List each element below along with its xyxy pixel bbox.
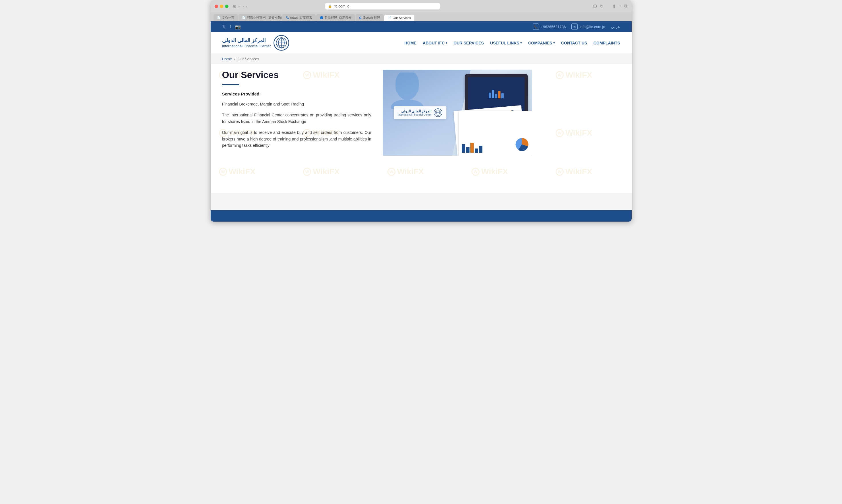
reload-icon[interactable]: ↻ bbox=[600, 3, 603, 9]
site-header: المركز المالي الدولي International Finan… bbox=[211, 32, 632, 54]
service-description-2: Our main goal is to receive and execute … bbox=[222, 129, 371, 148]
nav-item-home[interactable]: HOME bbox=[405, 41, 416, 45]
lock-icon: 🔒 bbox=[328, 4, 332, 8]
top-bar: 𝕏 f 📷 📞 +96265621786 ✉ info@ifc.com.jo ع… bbox=[211, 21, 632, 32]
phone-number: +96265621786 bbox=[541, 25, 566, 29]
logo-area: المركز المالي الدولي International Finan… bbox=[222, 35, 290, 51]
twitter-icon[interactable]: 𝕏 bbox=[222, 24, 226, 30]
breadcrumb: Home / Our Services bbox=[211, 54, 632, 64]
grid-icon: ⊞ bbox=[233, 4, 236, 8]
nav-item-companies[interactable]: COMPANIES ▾ bbox=[528, 41, 555, 45]
services-image: 👤 bbox=[383, 70, 532, 156]
address-bar[interactable]: 🔒 ifc.com.jo bbox=[325, 3, 440, 10]
browser-actions: ⬡ ↻ ⬆ + ⧉ bbox=[593, 3, 628, 9]
tab-favicon: 📄 bbox=[217, 16, 220, 19]
contact-info: 📞 +96265621786 ✉ info@ifc.com.jo عربي bbox=[533, 23, 620, 30]
browser-titlebar: ⊞ ⌄ ‹ › 🔒 ifc.com.jo ⬡ ↻ ⬆ + ⧉ bbox=[211, 0, 632, 12]
tab-favicon: G bbox=[359, 16, 362, 19]
chevron-down-icon: ⌄ bbox=[237, 4, 240, 8]
translate-icon: ⬡ bbox=[593, 3, 597, 9]
links-dropdown-arrow: ▾ bbox=[520, 41, 522, 44]
maximize-button[interactable] bbox=[225, 5, 228, 8]
logo-english: International Financial Center bbox=[222, 44, 271, 48]
breadcrumb-separator: / bbox=[234, 57, 235, 61]
browser-window: ⊞ ⌄ ‹ › 🔒 ifc.com.jo ⬡ ↻ ⬆ + ⧉ 📄 文心一言 📄 … bbox=[211, 0, 632, 222]
footer-band bbox=[211, 210, 632, 222]
tab-label: 文心一言 bbox=[222, 16, 235, 20]
close-button[interactable] bbox=[214, 5, 218, 8]
image-section: 👤 bbox=[383, 70, 532, 156]
nav-item-links[interactable]: USEFUL LINKS ▾ bbox=[490, 41, 522, 45]
tab-mass[interactable]: 🐾 mass_百度搜索 bbox=[282, 14, 316, 21]
back-icon[interactable]: ‹ bbox=[243, 4, 245, 8]
service-description-1: The International Financial Center conce… bbox=[222, 112, 371, 125]
tab-google-translate[interactable]: G Google 翻译 bbox=[356, 14, 384, 21]
url-text: ifc.com.jo bbox=[334, 4, 349, 8]
email-address: info@ifc.com.jo bbox=[580, 25, 605, 29]
page-title: Our Services bbox=[222, 70, 371, 80]
tab-label: mass_百度搜索 bbox=[290, 16, 312, 20]
website: 𝕏 f 📷 📞 +96265621786 ✉ info@ifc.com.jo ع… bbox=[211, 21, 632, 222]
main-nav: HOME ABOUT IFC ▾ OUR SERVICES USEFUL LIN… bbox=[405, 41, 620, 45]
overlay-logo-arabic: المركز المالي الدولي bbox=[398, 109, 432, 113]
companies-dropdown-arrow: ▾ bbox=[553, 41, 555, 44]
traffic-lights bbox=[214, 5, 228, 8]
nav-item-complaints[interactable]: COMPLAINTS bbox=[594, 41, 620, 45]
minimize-button[interactable] bbox=[220, 5, 223, 8]
text-section: Our Services Services Provided: Financia… bbox=[222, 70, 371, 153]
email-icon: ✉ bbox=[571, 23, 578, 30]
tab-label: Our Services bbox=[393, 16, 411, 19]
back-forward-buttons: ‹ › bbox=[243, 4, 247, 8]
main-content: WWikiFX WWikiFX WWikiFX WWikiFX WWikiFX … bbox=[211, 64, 632, 193]
tab-favicon: 📄 bbox=[388, 16, 391, 19]
forward-icon[interactable]: › bbox=[246, 4, 247, 8]
tab-favicon: 📄 bbox=[242, 16, 245, 19]
tab-wxy[interactable]: 📄 文心一言 bbox=[213, 14, 238, 21]
facebook-icon[interactable]: f bbox=[230, 24, 231, 29]
window-controls: ⊞ ⌄ bbox=[233, 4, 240, 8]
tab-label: 谷歌翻译_百度搜索 bbox=[325, 16, 351, 20]
logo-text: المركز المالي الدولي International Finan… bbox=[222, 38, 271, 48]
social-icons: 𝕏 f 📷 bbox=[222, 24, 241, 30]
share-icon[interactable]: ⬆ bbox=[612, 3, 616, 9]
about-dropdown-arrow: ▾ bbox=[446, 41, 447, 44]
title-underline bbox=[222, 84, 239, 85]
tab-label: Google 翻译 bbox=[363, 16, 380, 20]
tabs-icon[interactable]: ⧉ bbox=[624, 3, 628, 9]
breadcrumb-current: Our Services bbox=[238, 57, 259, 61]
tab-our-services[interactable]: 📄 Our Services bbox=[384, 15, 414, 21]
instagram-icon[interactable]: 📷 bbox=[235, 24, 241, 30]
ifc-logo-icon bbox=[274, 35, 289, 51]
new-tab-icon[interactable]: + bbox=[619, 3, 621, 9]
overlay-logo-english: International Financial Center bbox=[398, 113, 432, 116]
browser-tabs: 📄 文心一言 📄 彩云小译官网 - 高效准确的翻译... 🐾 mass_百度搜索… bbox=[211, 12, 632, 21]
logo-arabic: المركز المالي الدولي bbox=[222, 38, 271, 44]
email-contact: ✉ info@ifc.com.jo bbox=[571, 23, 605, 30]
phone-icon: 📞 bbox=[533, 23, 539, 30]
service-brokerage: Financial Brokerage, Margin and Spot Tra… bbox=[222, 101, 371, 107]
tab-favicon: 🔵 bbox=[320, 16, 323, 19]
nav-item-about[interactable]: ABOUT IFC ▾ bbox=[423, 41, 447, 45]
tab-favicon: 🐾 bbox=[286, 16, 289, 19]
breadcrumb-home[interactable]: Home bbox=[222, 57, 232, 61]
arabic-language-link[interactable]: عربي bbox=[611, 24, 620, 29]
tab-caiyun[interactable]: 📄 彩云小译官网 - 高效准确的翻译... bbox=[239, 14, 281, 21]
tab-google-translate-baidu[interactable]: 🔵 谷歌翻译_百度搜索 bbox=[316, 14, 355, 21]
content-layout: Our Services Services Provided: Financia… bbox=[222, 70, 620, 156]
services-provided-label: Services Provided: bbox=[222, 91, 371, 96]
nav-item-services[interactable]: OUR SERVICES bbox=[453, 41, 484, 45]
tab-label: 彩云小译官网 - 高效准确的翻译... bbox=[247, 16, 281, 20]
phone-contact: 📞 +96265621786 bbox=[533, 23, 566, 30]
nav-item-contact[interactable]: CONTACT US bbox=[561, 41, 587, 45]
